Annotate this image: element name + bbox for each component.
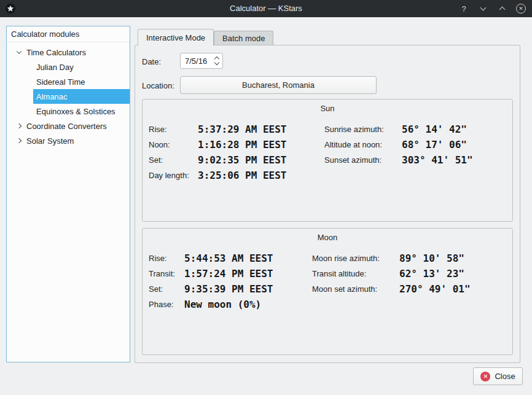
date-input[interactable] [181, 53, 211, 68]
sunrise-azimuth-label: Sunrise azimuth: [324, 125, 402, 134]
close-button-label: Close [495, 372, 515, 381]
sun-set-label: Set: [149, 155, 198, 165]
moon-transit-row: Transit: 1:57:24 PM EEST Transit altitud… [149, 266, 507, 281]
location-button-label: Bucharest, Romania [242, 80, 315, 90]
sunrise-azimuth-value: 56° 14' 42" [402, 123, 507, 135]
moon-set-row: Set: 9:35:39 PM EEST Moon set azimuth: 2… [149, 281, 507, 297]
sidebar-header: Calculator modules [7, 26, 130, 42]
sun-noon-value: 1:16:28 PM EEST [198, 139, 324, 151]
moon-set-value: 9:35:39 PM EEST [184, 283, 312, 295]
moon-rise-value: 5:44:53 AM EEST [184, 252, 312, 264]
tree-item-almanac[interactable]: Almanac [33, 89, 130, 104]
sun-set-row: Set: 9:02:35 PM EEST Sunset azimuth: 303… [149, 152, 507, 168]
moon-transit-value: 1:57:24 PM EEST [184, 268, 312, 280]
sun-group-title: Sun [143, 104, 512, 113]
moon-transit-label: Transit: [149, 269, 184, 278]
altitude-at-noon-label: Altitude at noon: [324, 140, 402, 149]
date-spinbox[interactable] [180, 53, 223, 69]
moon-set-label: Set: [149, 284, 184, 294]
titlebar[interactable]: Calculator — KStars ? ✕ [0, 0, 532, 17]
location-label: Location: [142, 81, 174, 90]
tree-item-sidereal-time[interactable]: Sidereal Time [33, 74, 130, 89]
tree-item-label: Julian Day [36, 63, 74, 72]
moon-rise-azimuth-label: Moon rise azimuth: [312, 254, 399, 263]
close-button[interactable]: ✕ Close [473, 367, 523, 385]
chevron-down-icon [480, 5, 486, 11]
tab-interactive-mode[interactable]: Interactive Mode [138, 29, 214, 45]
window-title: Calculator — KStars [0, 0, 532, 17]
moon-set-azimuth-value: 270° 49' 01" [399, 283, 507, 295]
sun-noon-label: Noon: [149, 140, 198, 149]
moon-rise-label: Rise: [149, 254, 184, 263]
chevron-right-icon[interactable] [17, 138, 22, 143]
moon-phase-label: Phase: [149, 300, 184, 309]
day-length-row: Day length: 3:25:06 PM EEST [149, 168, 507, 183]
moon-phase-row: Phase: New moon (0%) [149, 297, 507, 312]
help-button[interactable]: ? [459, 4, 469, 14]
tree-item-label: Solar System [26, 136, 74, 146]
moon-rise-azimuth-value: 89° 10' 58" [399, 252, 507, 264]
tree-item-time-calculators[interactable]: Time Calculators [7, 45, 130, 60]
close-window-button[interactable]: ✕ [516, 4, 526, 14]
tree-item-julian-day[interactable]: Julian Day [33, 60, 130, 74]
sun-rise-row: Rise: 5:37:29 AM EEST Sunrise azimuth: 5… [149, 122, 507, 137]
calculator-modules-panel: Calculator modules Time Calculators Juli… [6, 26, 130, 362]
moon-group-title: Moon [143, 233, 512, 242]
transit-altitude-label: Transit altitude: [312, 269, 399, 278]
sun-groupbox: Sun Rise: 5:37:29 AM EEST Sunrise azimut… [142, 99, 513, 222]
calculator-window: Calculator — KStars ? ✕ Calculator modul… [0, 0, 532, 395]
sun-noon-row: Noon: 1:16:28 PM EEST Altitude at noon: … [149, 137, 507, 152]
altitude-at-noon-value: 68° 17' 06" [402, 139, 507, 151]
date-spin-buttons[interactable] [211, 53, 222, 68]
tree-item-label: Time Calculators [26, 48, 86, 57]
tree-item-label: Equinoxes & Solstices [36, 107, 115, 116]
tree-item-solar-system[interactable]: Solar System [7, 133, 130, 148]
chevron-right-icon[interactable] [17, 123, 22, 128]
date-label: Date: [142, 57, 161, 66]
mode-tabbar: Interactive Mode Batch mode [138, 29, 273, 45]
tree-item-label: Almanac [36, 92, 68, 101]
spin-down-icon[interactable] [214, 60, 219, 65]
tree-item-coordinate-converters[interactable]: Coordinate Converters [7, 119, 130, 133]
moon-set-azimuth-label: Moon set azimuth: [312, 284, 399, 294]
sunset-azimuth-label: Sunset azimuth: [324, 155, 402, 165]
sun-rise-label: Rise: [149, 125, 198, 134]
transit-altitude-value: 62° 13' 23" [399, 268, 507, 280]
interactive-mode-panel: Date: Location: Bucharest, Romania Sun R… [135, 45, 520, 363]
module-tree: Time Calculators Julian Day Sidereal Tim… [7, 42, 130, 148]
sunset-azimuth-value: 303° 41' 51" [402, 154, 507, 166]
moon-phase-value: New moon (0%) [184, 299, 312, 310]
sun-rise-value: 5:37:29 AM EEST [198, 123, 324, 135]
tree-item-equinoxes-solstices[interactable]: Equinoxes & Solstices [33, 104, 130, 119]
moon-rise-row: Rise: 5:44:53 AM EEST Moon rise azimuth:… [149, 251, 507, 266]
minimize-button[interactable] [478, 4, 488, 14]
chevron-up-icon [499, 7, 505, 13]
sun-rows: Rise: 5:37:29 AM EEST Sunrise azimuth: 5… [149, 122, 507, 183]
maximize-button[interactable] [497, 4, 507, 14]
tab-batch-mode[interactable]: Batch mode [214, 31, 273, 45]
day-length-value: 3:25:06 PM EEST [198, 170, 324, 181]
window-controls: ? ✕ [459, 0, 526, 17]
tree-item-label: Coordinate Converters [26, 122, 107, 131]
location-button[interactable]: Bucharest, Romania [180, 76, 377, 94]
chevron-down-icon[interactable] [17, 49, 22, 53]
sun-set-value: 9:02:35 PM EEST [198, 154, 324, 166]
tree-item-label: Sidereal Time [36, 77, 85, 87]
moon-groupbox: Moon Rise: 5:44:53 AM EEST Moon rise azi… [142, 228, 513, 355]
day-length-label: Day length: [149, 171, 198, 180]
moon-rows: Rise: 5:44:53 AM EEST Moon rise azimuth:… [149, 251, 507, 312]
close-icon: ✕ [480, 372, 490, 381]
